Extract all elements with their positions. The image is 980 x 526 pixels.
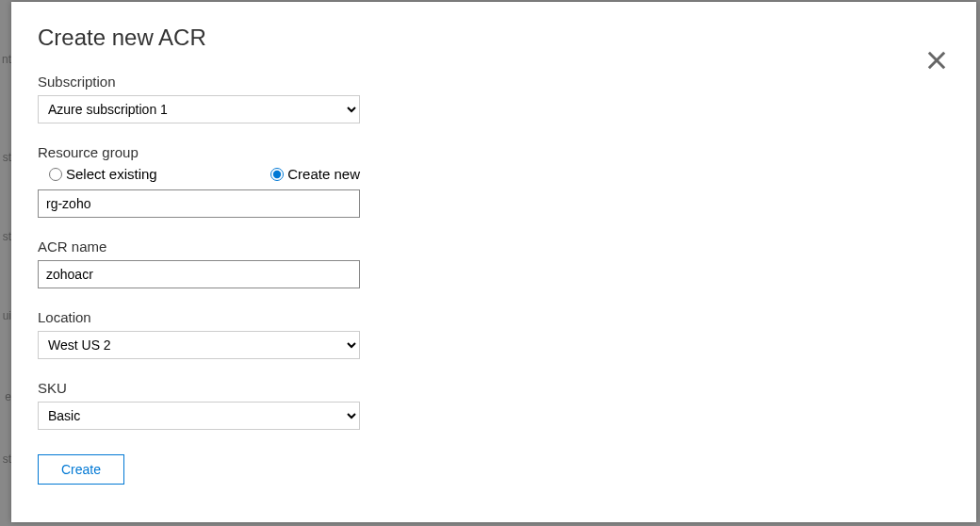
create-button[interactable]: Create xyxy=(38,454,124,485)
radio-create-new-label: Create new xyxy=(287,166,360,182)
subscription-label: Subscription xyxy=(38,74,950,90)
resource-group-label: Resource group xyxy=(38,144,950,160)
radio-select-existing[interactable]: Select existing xyxy=(49,166,270,182)
resource-group-radio-row: Select existing Create new xyxy=(38,166,360,182)
radio-select-existing-input[interactable] xyxy=(49,168,62,181)
radio-create-new-input[interactable] xyxy=(270,168,284,181)
close-button[interactable] xyxy=(923,47,950,74)
resource-group-name-input[interactable] xyxy=(38,189,360,218)
acr-name-input[interactable] xyxy=(38,260,360,288)
modal-title: Create new ACR xyxy=(38,25,950,51)
sku-group: SKU Basic xyxy=(38,380,950,430)
sku-select[interactable]: Basic xyxy=(38,402,360,430)
background-occluded-text: nt st st ui e st xyxy=(0,0,11,526)
radio-select-existing-label: Select existing xyxy=(66,166,157,182)
radio-create-new[interactable]: Create new xyxy=(270,166,360,182)
close-icon xyxy=(923,47,950,74)
acr-name-group: ACR name xyxy=(38,238,950,288)
location-group: Location West US 2 xyxy=(38,309,950,359)
subscription-group: Subscription Azure subscription 1 xyxy=(38,74,950,123)
resource-group-group: Resource group Select existing Create ne… xyxy=(38,144,950,218)
location-label: Location xyxy=(38,309,950,325)
acr-name-label: ACR name xyxy=(38,238,950,255)
create-acr-modal: Create new ACR Subscription Azure subscr… xyxy=(11,2,976,522)
sku-label: SKU xyxy=(38,380,950,396)
location-select[interactable]: West US 2 xyxy=(38,331,360,359)
subscription-select[interactable]: Azure subscription 1 xyxy=(38,95,360,123)
